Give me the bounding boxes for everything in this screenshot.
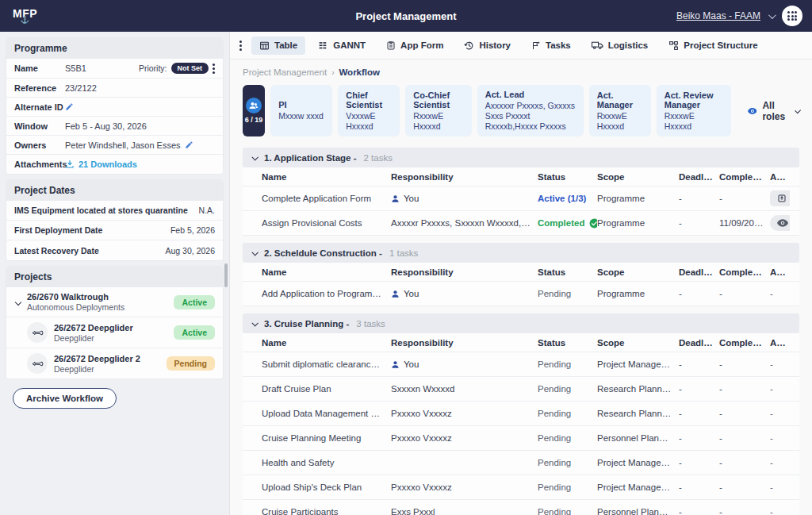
role-card-co-chief-scientist[interactable]: Co-Chief Scientist RxxxwE Hxxxxd xyxy=(405,85,472,136)
tab-table[interactable]: Table xyxy=(251,37,305,55)
task-row-submit-diplomatic-clearance-appli[interactable]: Submit diplomatic clearance appli... You… xyxy=(243,352,799,377)
role-cards-container: PI Mxxxw xxxd Chief Scientist VxxxwE Hxx… xyxy=(270,85,730,136)
stage-header-1-application-stage[interactable]: 1. Application Stage - 2 tasks xyxy=(243,148,799,167)
tab-label: Logistics xyxy=(608,40,648,50)
role-names: Mxxxw xxxd xyxy=(278,111,324,121)
apps-grid-button[interactable] xyxy=(782,6,802,26)
task-name: Health and Safety xyxy=(262,458,391,467)
status-active[interactable]: Active (1/3) xyxy=(538,194,586,203)
role-card-chief-scientist[interactable]: Chief Scientist VxxxwE Hxxxxd xyxy=(338,85,400,136)
role-card-pi[interactable]: PI Mxxxw xxxd xyxy=(270,85,332,136)
tab-label: GANNT xyxy=(333,40,366,50)
roles-count-card[interactable]: 6 / 19 xyxy=(243,85,265,136)
stage-title: 2. Scheldule Construction - xyxy=(264,248,382,258)
task-row-add-application-to-programme[interactable]: Add Application to Programme You Pending… xyxy=(243,282,799,306)
role-card-act-manager[interactable]: Act. Manager RxxxwE Hxxxxd xyxy=(589,85,651,136)
date-label: First Deployment Date xyxy=(14,225,107,235)
responsibility-value: Sxxxxn Wxxxxd xyxy=(391,384,455,394)
column-header-name: Name xyxy=(262,338,391,348)
open-task-button[interactable]: Open xyxy=(770,190,790,206)
user-menu[interactable]: Beiko Maas - FAAM xyxy=(676,10,760,21)
role-card-act-lead[interactable]: Act. Lead Axxxxxr Pxxxxs, Gxxxxs Sxxs Px… xyxy=(477,85,584,136)
project-dates-title: Project Dates xyxy=(6,180,223,201)
task-deadline: - xyxy=(679,433,719,443)
status-pending: Pending xyxy=(538,458,571,467)
task-row-health-and-safety[interactable]: Health and Safety Pending Project Manage… xyxy=(243,451,799,475)
task-row-complete-application-form[interactable]: Complete Application Form You Active (1/… xyxy=(243,186,799,211)
project-item-26-2672-deepglider-2[interactable]: 26/2672 Deepglider 2 Deepglider Pending xyxy=(6,348,223,379)
stage-header-3-cruise-planning[interactable]: 3. Cruise Planning - 3 tasks xyxy=(243,313,799,333)
programme-value: Feb 5 - Aug 30, 2026 xyxy=(65,121,147,131)
role-title: Chief Scientist xyxy=(346,90,392,110)
task-row-assign-provisional-costs[interactable]: Assign Provisional Costs Axxxxr Pxxxxs, … xyxy=(243,211,799,236)
tabbar-kebab-menu[interactable] xyxy=(236,40,248,51)
tab-gannt[interactable]: GANNT xyxy=(310,37,373,55)
programme-label: Attachments xyxy=(14,159,65,169)
stage-section: 2. Scheldule Construction - 1 tasks Name… xyxy=(243,243,799,306)
view-task-button[interactable]: View xyxy=(770,215,790,231)
chevron-down-icon[interactable] xyxy=(768,11,776,19)
task-name: Upload Data Management Plan xyxy=(262,409,391,418)
download-icon xyxy=(65,159,75,169)
breadcrumb-parent[interactable]: Project Management xyxy=(243,67,327,77)
role-title: Act. Review Manager xyxy=(665,90,723,110)
task-completed: - xyxy=(719,409,770,418)
tab-app-form[interactable]: App Form xyxy=(378,37,451,55)
responsibility-value: Exxs Pxxxl xyxy=(391,507,435,515)
tab-history[interactable]: History xyxy=(456,37,519,55)
task-row-cruise-planning-meeting[interactable]: Cruise Planning Meeting Pxxxxo Vxxxxz Pe… xyxy=(243,426,799,451)
roles-row: 6 / 19 PI Mxxxw xxxd Chief Scientist Vxx… xyxy=(243,85,799,136)
table-header-row: NameResponsibilityStatusScopeDeadlineCom… xyxy=(243,263,799,282)
task-row-upload-data-management-plan[interactable]: Upload Data Management Plan Pxxxxo Vxxxx… xyxy=(243,402,799,426)
action-none: - xyxy=(770,289,773,298)
edit-field[interactable] xyxy=(65,102,74,111)
tab-logistics[interactable]: Logistics xyxy=(584,37,656,55)
programme-value: 23/2122 xyxy=(65,83,97,93)
programme-kebab-menu[interactable] xyxy=(213,63,215,74)
date-label: Latest Recovery Date xyxy=(14,246,104,256)
programme-row-name: NameS5B1 Priority: Not Set xyxy=(6,59,223,79)
all-roles-filter[interactable]: All roles xyxy=(748,100,799,122)
project-code: 26/2670 Walktrough xyxy=(27,292,124,302)
action-none: - xyxy=(770,433,773,443)
action-none: - xyxy=(770,458,773,467)
column-header-deadline: Deadline xyxy=(679,338,719,348)
edit-owners-button[interactable] xyxy=(185,140,193,149)
programme-card-title: Programme xyxy=(6,38,223,59)
chevron-down-icon[interactable] xyxy=(15,298,21,305)
role-card-act-review-manager[interactable]: Act. Review Manager RxxxwE Hxxxxd xyxy=(657,85,731,136)
programme-label: Alternate ID xyxy=(14,102,65,112)
tab-project-structure[interactable]: Project Structure xyxy=(661,37,765,55)
programme-value: S5B1 xyxy=(65,63,86,73)
archive-workflow-button[interactable]: Archive Workflow xyxy=(13,388,117,409)
project-item-26-2670-walktrough[interactable]: 26/2670 Walktrough Autonomous Deployment… xyxy=(6,287,223,317)
responsibility-value: Axxxxr Pxxxxs, Sxxxxn Wxxxxd, Pxxxxl Bxx… xyxy=(391,218,538,228)
task-completed: 11/09/2025 xyxy=(719,218,770,228)
edit-pencil-icon xyxy=(65,102,74,111)
programme-rows: NameS5B1 Priority: Not Set Reference23/2… xyxy=(6,59,223,174)
person-icon xyxy=(391,194,400,203)
task-row-cruise-participants[interactable]: Cruise Participants Exxs Pxxxl Pending P… xyxy=(243,500,799,515)
project-subtitle: Autonomous Deployments xyxy=(27,302,124,312)
status-pending: Pending xyxy=(538,507,571,515)
roles-icon xyxy=(246,98,262,113)
task-row-upload-ship-s-deck-plan[interactable]: Upload Ship's Deck Plan Pxxxxo Vxxxxz Pe… xyxy=(243,475,799,500)
programme-label: Name xyxy=(14,63,65,73)
column-header-status: Status xyxy=(538,338,597,348)
action-none: - xyxy=(770,384,773,394)
project-item-26-2672-deepglider[interactable]: 26/2672 Deepglider Deepglider Active xyxy=(6,317,223,348)
task-scope: Programme xyxy=(597,194,679,203)
project-date-row: First Deployment Date Feb 5, 2026 xyxy=(6,221,223,240)
tab-tasks[interactable]: Tasks xyxy=(523,37,579,55)
sidebar: Programme NameS5B1 Priority: Not Set Ref… xyxy=(0,32,230,515)
sidebar-scrollbar[interactable] xyxy=(224,263,228,287)
downloads-link[interactable]: 21 Downloads xyxy=(65,159,137,169)
column-header-status: Status xyxy=(538,172,597,182)
stage-header-2-scheldule-construction[interactable]: 2. Scheldule Construction - 1 tasks xyxy=(243,243,799,263)
priority-badge[interactable]: Not Set xyxy=(171,63,209,74)
programme-row-alternate-id: Alternate ID xyxy=(6,98,223,117)
status-pending: Pending xyxy=(538,482,571,492)
task-deadline: - xyxy=(679,507,719,515)
task-row-draft-cruise-plan[interactable]: Draft Cruise Plan Sxxxxn Wxxxxd Pending … xyxy=(243,377,799,402)
column-header-action: Action xyxy=(770,172,790,182)
